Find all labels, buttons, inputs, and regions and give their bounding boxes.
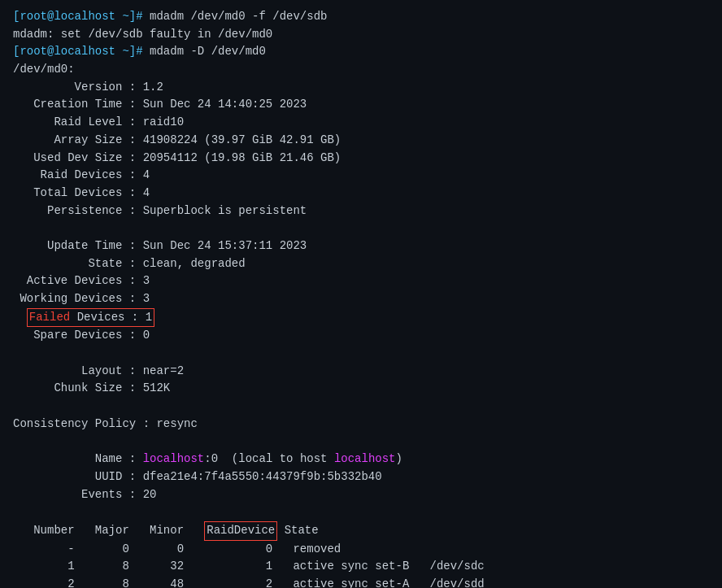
terminal: [root@localhost ~]# mdadm /dev/md0 -f /d…	[13, 8, 709, 588]
name-value-host2: localhost	[334, 452, 396, 465]
failed-devices-line: Failed Devices : 1	[13, 308, 709, 328]
raid-devices-line: Raid Devices : 4	[13, 167, 709, 185]
blank-1	[13, 220, 709, 237]
update-time-line: Update Time : Sun Dec 24 15:37:11 2023	[13, 237, 709, 255]
spare-devices-line: Spare Devices : 0	[13, 327, 709, 345]
blank-3	[13, 398, 709, 416]
device-label: /dev/md0:	[13, 61, 709, 79]
active-devices-line: Active Devices : 3	[13, 272, 709, 290]
raiddevice-header-box: RaidDevice	[204, 521, 277, 541]
name-line: Name : localhost:0 (local to host localh…	[13, 451, 709, 468]
working-devices-line: Working Devices : 3	[13, 290, 709, 308]
table-row-1: 1 8 32 1 active sync set-B /dev/sdc	[13, 558, 709, 576]
table-row-removed: - 0 0 0 removed	[13, 541, 709, 559]
blank-5	[13, 503, 709, 521]
cmd-2: mdadm -D /dev/md0	[143, 45, 266, 58]
table-row-2: 2 8 48 2 active sync set-A /dev/sdd	[13, 576, 709, 588]
blank-2	[13, 345, 709, 363]
command-line-2: [root@localhost ~]# mdadm -D /dev/md0	[13, 43, 709, 61]
layout-line: Layout : near=2	[13, 363, 709, 381]
cmd-1: mdadm /dev/md0 -f /dev/sdb	[143, 10, 328, 23]
chunk-size-line: Chunk Size : 512K	[13, 380, 709, 398]
version-line: Version : 1.2	[13, 79, 709, 97]
prompt-user-2: [root@localhost ~]#	[13, 45, 143, 58]
state-line: State : clean, degraded	[13, 255, 709, 273]
output-line-1: mdadm: set /dev/sdb faulty in /dev/md0	[13, 26, 709, 44]
name-value-host1: localhost	[143, 452, 205, 465]
consistency-policy-line: Consistency Policy : resync	[13, 416, 709, 433]
persistence-line: Persistence : Superblock is persistent	[13, 203, 709, 220]
blank-4	[13, 433, 709, 451]
used-dev-size-line: Used Dev Size : 20954112 (19.98 GiB 21.4…	[13, 150, 709, 168]
array-size-line: Array Size : 41908224 (39.97 GiB 42.91 G…	[13, 132, 709, 150]
prompt-user-1: [root@localhost ~]#	[13, 10, 143, 23]
raid-level-line: Raid Level : raid10	[13, 114, 709, 132]
events-line: Events : 20	[13, 486, 709, 504]
table-header-line: Number Major Minor RaidDevice State	[13, 521, 709, 541]
failed-devices-highlight: Failed Devices : 1	[27, 308, 154, 328]
uuid-line: UUID : dfea21e4:7f4a5550:44379f9b:5b332b…	[13, 468, 709, 486]
total-devices-line: Total Devices : 4	[13, 185, 709, 203]
creation-time-line: Creation Time : Sun Dec 24 14:40:25 2023	[13, 96, 709, 114]
failed-label: Failed	[29, 311, 70, 324]
command-line-1: [root@localhost ~]# mdadm /dev/md0 -f /d…	[13, 8, 709, 26]
